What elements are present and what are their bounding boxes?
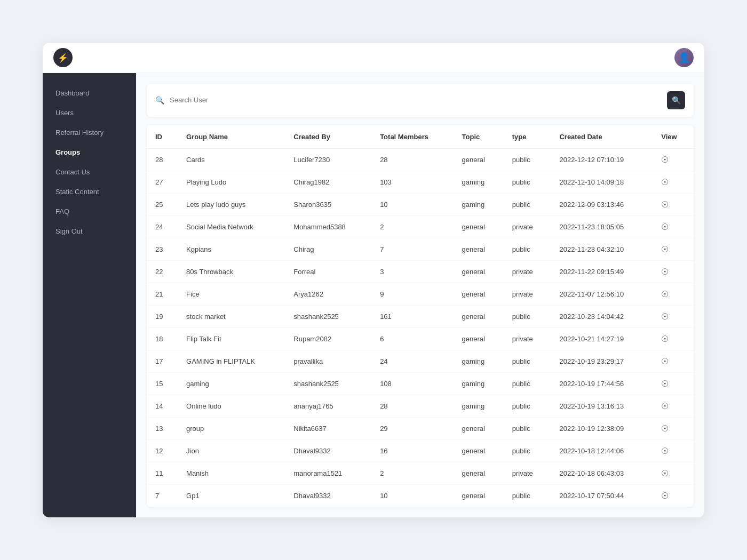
sidebar-item-static-content[interactable]: Static Content	[43, 182, 136, 201]
cell-view[interactable]: ☉	[653, 260, 694, 283]
view-icon[interactable]: ☉	[661, 267, 669, 277]
cell-type: private	[504, 260, 551, 283]
logo-icon: ⚡	[53, 48, 73, 67]
cell-created-by: Chirag	[285, 238, 371, 260]
col-group-name: Group Name	[178, 125, 285, 149]
cell-type: private	[504, 283, 551, 305]
cell-group-name: GAMING in FLIPTALK	[178, 350, 285, 372]
cell-created-date: 2022-10-19 23:29:17	[551, 350, 653, 372]
cell-total-members: 103	[371, 171, 453, 193]
cell-view[interactable]: ☉	[653, 417, 694, 439]
cell-created-by: Dhaval9332	[285, 484, 371, 507]
cell-id: 19	[147, 305, 178, 327]
search-input[interactable]	[170, 96, 662, 104]
cell-type: public	[504, 148, 551, 171]
cell-view[interactable]: ☉	[653, 350, 694, 372]
cell-topic: gaming	[454, 171, 504, 193]
table-row: 14Online ludoananyaj176528gamingpublic20…	[147, 395, 694, 417]
avatar-image: 👤	[674, 48, 694, 67]
cell-view[interactable]: ☉	[653, 462, 694, 484]
search-button[interactable]: 🔍	[667, 91, 685, 109]
cell-created-date: 2022-10-17 07:50:44	[551, 484, 653, 507]
cell-view[interactable]: ☉	[653, 484, 694, 507]
cell-created-by: manorama1521	[285, 462, 371, 484]
cell-view[interactable]: ☉	[653, 193, 694, 215]
logo-area: ⚡	[53, 48, 73, 67]
cell-view[interactable]: ☉	[653, 372, 694, 395]
header: ⚡ 👤	[43, 43, 704, 73]
cell-group-name: Playing Ludo	[178, 171, 285, 193]
col-created-by: Created By	[285, 125, 371, 149]
cell-created-by: Rupam2082	[285, 327, 371, 350]
cell-total-members: 2	[371, 462, 453, 484]
search-button-icon: 🔍	[672, 96, 681, 105]
search-icon: 🔍	[155, 96, 164, 105]
cell-view[interactable]: ☉	[653, 238, 694, 260]
cell-total-members: 24	[371, 350, 453, 372]
search-bar: 🔍 🔍	[147, 84, 694, 117]
sidebar-item-users[interactable]: Users	[43, 103, 136, 122]
view-icon[interactable]: ☉	[661, 491, 669, 501]
cell-created-date: 2022-11-22 09:15:49	[551, 260, 653, 283]
cell-type: public	[504, 417, 551, 439]
cell-view[interactable]: ☉	[653, 439, 694, 462]
view-icon[interactable]: ☉	[661, 334, 669, 344]
cell-view[interactable]: ☉	[653, 171, 694, 193]
cell-group-name: Social Media Network	[178, 215, 285, 238]
cell-created-date: 2022-10-23 14:04:42	[551, 305, 653, 327]
cell-group-name: Lets play ludo guys	[178, 193, 285, 215]
cell-created-date: 2022-10-21 14:27:19	[551, 327, 653, 350]
cell-created-by: ananyaj1765	[285, 395, 371, 417]
view-icon[interactable]: ☉	[661, 401, 669, 411]
avatar[interactable]: 👤	[674, 48, 694, 67]
app-container: ⚡ 👤 Dashboard Users Referral History Gro…	[43, 43, 704, 517]
view-icon[interactable]: ☉	[661, 289, 669, 299]
col-view: View	[653, 125, 694, 149]
view-icon[interactable]: ☉	[661, 177, 669, 187]
cell-total-members: 10	[371, 193, 453, 215]
cell-topic: general	[454, 260, 504, 283]
view-icon[interactable]: ☉	[661, 311, 669, 322]
sidebar-item-referral-history[interactable]: Referral History	[43, 123, 136, 142]
cell-topic: general	[454, 439, 504, 462]
view-icon[interactable]: ☉	[661, 155, 669, 165]
view-icon[interactable]: ☉	[661, 356, 669, 366]
cell-id: 18	[147, 327, 178, 350]
cell-created-by: shashank2525	[285, 305, 371, 327]
cell-view[interactable]: ☉	[653, 395, 694, 417]
cell-view[interactable]: ☉	[653, 283, 694, 305]
table-row: 11Manishmanorama15212generalprivate2022-…	[147, 462, 694, 484]
cell-total-members: 2	[371, 215, 453, 238]
cell-view[interactable]: ☉	[653, 215, 694, 238]
cell-group-name: Gp1	[178, 484, 285, 507]
cell-view[interactable]: ☉	[653, 148, 694, 171]
cell-id: 12	[147, 439, 178, 462]
sidebar-item-groups[interactable]: Groups	[43, 143, 136, 162]
cell-view[interactable]: ☉	[653, 327, 694, 350]
cell-total-members: 28	[371, 148, 453, 171]
view-icon[interactable]: ☉	[661, 446, 669, 456]
table-row: 18Flip Talk FitRupam20826generalprivate2…	[147, 327, 694, 350]
table-header-row: ID Group Name Created By Total Members T…	[147, 125, 694, 149]
cell-created-by: Mohammed5388	[285, 215, 371, 238]
cell-created-by: Sharon3635	[285, 193, 371, 215]
cell-group-name: stock market	[178, 305, 285, 327]
sidebar-item-faq[interactable]: FAQ	[43, 202, 136, 221]
cell-created-by: Arya1262	[285, 283, 371, 305]
view-icon[interactable]: ☉	[661, 379, 669, 389]
cell-id: 11	[147, 462, 178, 484]
cell-created-date: 2022-10-19 17:44:56	[551, 372, 653, 395]
cell-topic: general	[454, 305, 504, 327]
sidebar-item-dashboard[interactable]: Dashboard	[43, 84, 136, 102]
view-icon[interactable]: ☉	[661, 222, 669, 232]
cell-view[interactable]: ☉	[653, 305, 694, 327]
view-icon[interactable]: ☉	[661, 244, 669, 254]
sidebar-item-contact-us[interactable]: Contact Us	[43, 163, 136, 181]
cell-id: 17	[147, 350, 178, 372]
sidebar-item-sign-out[interactable]: Sign Out	[43, 222, 136, 241]
view-icon[interactable]: ☉	[661, 199, 669, 210]
view-icon[interactable]: ☉	[661, 423, 669, 434]
col-type: type	[504, 125, 551, 149]
view-icon[interactable]: ☉	[661, 468, 669, 478]
groups-table-container: ID Group Name Created By Total Members T…	[147, 125, 694, 507]
